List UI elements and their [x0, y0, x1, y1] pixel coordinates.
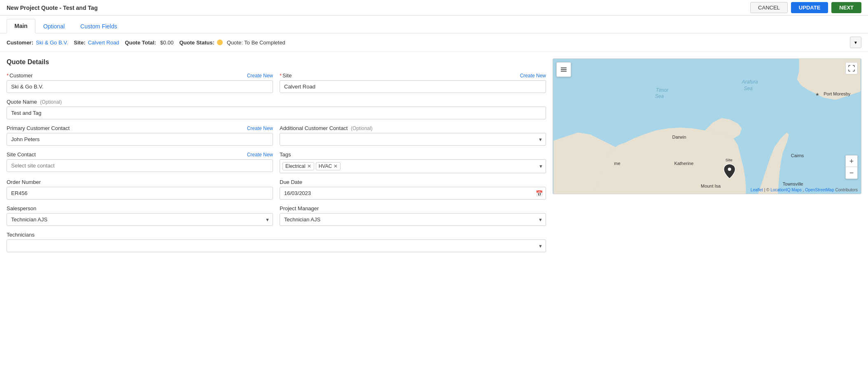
quote-name-input[interactable]: [7, 107, 546, 119]
additional-contact-group: Additional Customer Contact (Optional) ▼: [280, 125, 546, 146]
order-number-input[interactable]: [7, 187, 273, 200]
due-date-label: Due Date: [280, 179, 302, 185]
customer-field-label: *Customer: [7, 72, 33, 79]
leaflet-link[interactable]: Leaflet: [751, 188, 763, 192]
customer-input[interactable]: [7, 80, 273, 93]
site-create-new-link[interactable]: Create New: [520, 73, 546, 79]
primary-contact-input[interactable]: [7, 133, 273, 146]
fullscreen-icon: [848, 65, 855, 72]
svg-text:Sea: Sea: [744, 86, 753, 91]
site-group: *Site Create New: [280, 72, 546, 93]
info-bar: Customer: Ski & Go B.V. Site: Calvert Ro…: [0, 33, 868, 52]
primary-contact-create-new[interactable]: Create New: [247, 125, 273, 131]
project-manager-header: Project Manager: [280, 205, 546, 211]
order-number-group: Order Number: [7, 179, 273, 200]
primary-contact-label: Primary Customer Contact: [7, 125, 70, 131]
tag-hvac: HVAC ✕: [316, 162, 341, 170]
customer-create-new-link[interactable]: Create New: [247, 73, 273, 79]
primary-contact-header: Primary Customer Contact Create New: [7, 125, 273, 131]
technicians-select[interactable]: [7, 239, 546, 252]
project-manager-select[interactable]: Technician AJS: [280, 213, 546, 226]
quote-name-label: Quote Name (Optional): [7, 99, 62, 105]
tag-electrical: Electrical ✕: [282, 162, 314, 170]
quote-name-row: Quote Name (Optional): [7, 99, 546, 119]
site-contact-tags-row: Site Contact Create New Tags Electrical …: [7, 151, 546, 173]
cancel-button[interactable]: CANCEL: [750, 2, 788, 13]
customer-group: *Customer Create New: [7, 72, 273, 93]
additional-contact-select-wrapper: ▼: [280, 133, 546, 146]
svg-text:Arafura: Arafura: [741, 79, 758, 85]
next-button[interactable]: NEXT: [831, 2, 861, 13]
additional-contact-select[interactable]: [280, 133, 546, 146]
svg-text:Site: Site: [726, 158, 733, 162]
site-contact-header: Site Contact Create New: [7, 151, 273, 158]
osm-link[interactable]: OpenStreetMap: [805, 188, 834, 192]
order-number-header: Order Number: [7, 179, 273, 185]
map-container[interactable]: Darwin Katherine Cairns Townsville me Mo…: [553, 58, 861, 194]
tab-main[interactable]: Main: [7, 19, 35, 33]
update-button[interactable]: UPDATE: [791, 2, 828, 13]
map-section: Darwin Katherine Cairns Townsville me Mo…: [553, 58, 861, 252]
customer-value[interactable]: Ski & Go B.V.: [36, 39, 68, 46]
layers-icon: [560, 65, 568, 74]
tags-group: Tags Electrical ✕ HVAC ✕ ▼: [280, 151, 546, 173]
tag-electrical-close[interactable]: ✕: [307, 163, 311, 169]
salesperson-group: Salesperson Technician AJS ▼: [7, 205, 273, 226]
due-date-wrapper: 📅: [280, 187, 546, 200]
map-svg: Darwin Katherine Cairns Townsville me Mo…: [553, 59, 861, 194]
project-manager-group: Project Manager Technician AJS ▼: [280, 205, 546, 226]
site-value[interactable]: Calvert Road: [88, 39, 119, 46]
quote-total-label: Quote Total:: [125, 39, 156, 46]
salesperson-select[interactable]: Technician AJS: [7, 213, 273, 226]
svg-text:Mount Isa: Mount Isa: [701, 184, 721, 188]
customer-field-header: *Customer Create New: [7, 72, 273, 79]
map-zoom-controls: + −: [845, 155, 858, 179]
project-manager-select-wrapper: Technician AJS ▼: [280, 213, 546, 226]
quote-status-label: Quote Status:: [179, 39, 214, 46]
tab-custom-fields[interactable]: Custom Fields: [72, 19, 125, 33]
project-manager-label: Project Manager: [280, 205, 319, 211]
due-date-input[interactable]: [280, 187, 546, 200]
tags-label: Tags: [280, 151, 291, 158]
svg-text:Sea: Sea: [655, 93, 664, 99]
order-number-label: Order Number: [7, 179, 41, 185]
additional-contact-header: Additional Customer Contact (Optional): [280, 125, 546, 131]
map-fullscreen-button[interactable]: [845, 62, 858, 74]
contacts-row: Primary Customer Contact Create New Addi…: [7, 125, 546, 146]
additional-contact-label: Additional Customer Contact (Optional): [280, 125, 373, 131]
order-due-row: Order Number Due Date 📅: [7, 179, 546, 200]
technicians-header: Technicians: [7, 232, 546, 238]
map-zoom-out-button[interactable]: −: [846, 167, 857, 179]
tab-optional[interactable]: Optional: [35, 19, 72, 33]
svg-rect-22: [561, 71, 567, 72]
svg-rect-21: [561, 69, 567, 70]
map-zoom-in-button[interactable]: +: [846, 156, 857, 167]
tags-input-wrapper[interactable]: Electrical ✕ HVAC ✕ ▼: [280, 159, 546, 173]
salesperson-header: Salesperson: [7, 205, 273, 211]
site-contact-create-new[interactable]: Create New: [247, 152, 273, 158]
tags-dropdown-icon: ▼: [539, 164, 543, 169]
header-actions: CANCEL UPDATE NEXT: [750, 2, 861, 13]
svg-text:Darwin: Darwin: [672, 135, 686, 139]
salesperson-label: Salesperson: [7, 205, 36, 211]
due-date-group: Due Date 📅: [280, 179, 546, 200]
customer-label: Customer:: [7, 39, 33, 46]
site-field-label: *Site: [280, 72, 292, 79]
site-contact-label: Site Contact: [7, 151, 36, 158]
salesperson-pm-row: Salesperson Technician AJS ▼ Project Man…: [7, 205, 546, 226]
customer-site-row: *Customer Create New *Site Create New: [7, 72, 546, 93]
tag-hvac-close[interactable]: ✕: [334, 163, 338, 169]
site-contact-input[interactable]: [7, 159, 273, 172]
svg-text:me: me: [614, 161, 620, 166]
svg-text:★: ★: [815, 92, 819, 97]
quote-name-field-header: Quote Name (Optional): [7, 99, 546, 105]
svg-rect-20: [561, 67, 567, 68]
calendar-icon[interactable]: 📅: [536, 190, 543, 197]
map-layers-button[interactable]: [556, 62, 571, 77]
site-input[interactable]: [280, 80, 546, 93]
info-bar-dropdown-button[interactable]: ▼: [850, 37, 861, 48]
site-field-header: *Site Create New: [280, 72, 546, 79]
locationiq-link[interactable]: LocationIQ Maps: [770, 188, 802, 192]
header: New Project Quote - Test and Tag CANCEL …: [0, 0, 868, 16]
quote-status-value: Quote: To Be Completed: [227, 39, 285, 46]
